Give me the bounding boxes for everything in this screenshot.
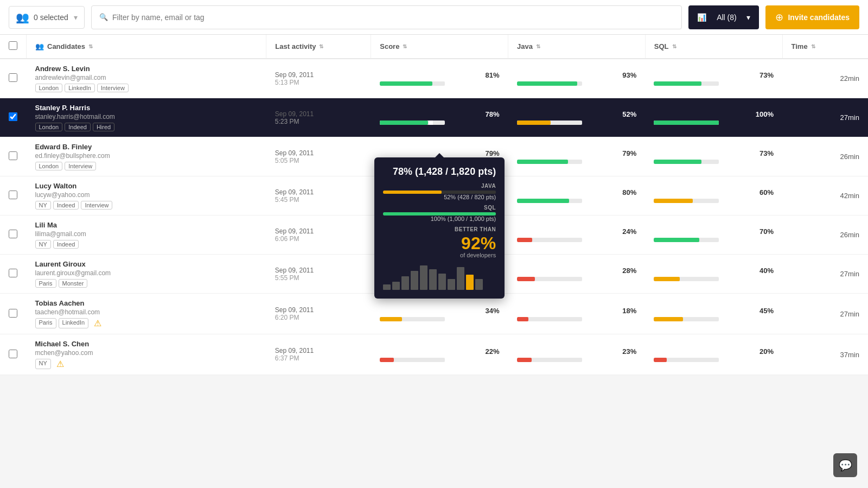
java-cell: 52% [508,98,646,137]
score-percentage: 78% [380,110,500,118]
java-percentage: 24% [517,227,637,236]
invite-candidates-button[interactable]: ⊕ Invite candidates [765,5,859,29]
candidate-info-cell: Edward B. Finley ed.finley@bullsphere.co… [27,137,266,176]
row-checkbox[interactable] [9,151,17,160]
chevron-down-icon: ▾ [746,13,750,22]
search-icon: 🔍 [99,13,108,21]
candidates-table: 👥 Candidates ⇅ Last activity ⇅ Score ⇅ [0,35,868,375]
sql-percentage: 40% [654,267,774,275]
candidate-tags: LondonLinkedInInterview [35,84,258,92]
sql-percentage: 70% [654,227,774,236]
candidate-email: ed.finley@bullsphere.com [35,152,258,160]
sql-cell: 73% [645,137,782,176]
sql-percentage: 73% [654,71,774,79]
java-cell: 79% [508,137,646,176]
candidate-tags: LondonInterview [35,162,258,170]
select-button[interactable]: 👥 0 selected ▾ [9,6,85,29]
last-activity-column-header: Last activity ⇅ [266,35,371,59]
tag: LinkedIn [65,84,95,92]
row-checkbox-cell[interactable] [0,176,27,216]
sql-cell: 40% [645,255,782,294]
select-all-header[interactable] [0,35,27,59]
activity-date: Sep 09, 2011 [275,227,362,235]
candidate-name: Stanley P. Harris [35,104,258,112]
score-cell: 22% [371,334,508,375]
row-checkbox[interactable] [9,73,17,82]
sql-percentage: 100% [654,110,774,118]
select-all-checkbox[interactable] [9,41,17,50]
table-row[interactable]: Andrew S. Levin andrewlevin@gmail.com Lo… [0,59,868,98]
filter-label: All (8) [717,13,737,22]
sort-icon[interactable]: ⇅ [672,43,676,49]
activity-date: Sep 09, 2011 [275,306,362,314]
row-checkbox[interactable] [9,112,17,121]
java-percentage: 93% [517,71,637,79]
tag: LinkedIn [59,318,89,328]
row-checkbox-cell[interactable] [0,98,27,137]
row-checkbox-cell[interactable] [0,294,27,334]
sql-cell: 60% [645,176,782,216]
sort-icon[interactable]: ⇅ [88,43,93,49]
duration-cell: 26min [782,216,868,255]
score-cell: 34% [371,294,508,334]
tag: London [35,123,63,131]
tag: Paris [35,318,56,328]
duration-value: 27min [840,310,859,318]
activity-date: Sep 09, 2011 [275,267,362,274]
activity-time: 5:45 PM [275,196,362,204]
search-input[interactable] [112,13,674,22]
sort-icon[interactable]: ⇅ [536,43,540,49]
row-checkbox-cell[interactable] [0,255,27,294]
sort-icon[interactable]: ⇅ [811,43,815,49]
last-activity-cell: Sep 09, 2011 5:23 PM [266,98,371,137]
activity-time: 5:55 PM [275,274,362,282]
candidate-name: Lili Ma [35,221,258,229]
candidate-name: Lucy Walton [35,182,258,190]
row-checkbox[interactable] [9,191,17,199]
row-checkbox-cell[interactable] [0,59,27,98]
sql-cell: 73% [645,59,782,98]
tooltip-score: 78% (1,428 / 1,820 pts) [383,166,496,178]
score-cell: 78% 78% (1,428 / 1,820 pts) JAVA 52% (42… [371,98,508,137]
last-activity-cell: Sep 09, 2011 5:55 PM [266,255,371,294]
sort-icon[interactable]: ⇅ [403,43,407,49]
candidate-tags: NY⚠ [35,359,258,369]
table-row[interactable]: Michael S. Chen mchen@yahoo.com NY⚠ Sep … [0,334,868,375]
java-cell: 80% [508,176,646,216]
duration-value: 26min [840,231,859,239]
plus-icon: ⊕ [775,11,783,23]
java-cell: 93% [508,59,646,98]
row-checkbox[interactable] [9,350,17,358]
invite-label: Invite candidates [788,13,850,22]
row-checkbox-cell[interactable] [0,216,27,255]
java-percentage: 52% [517,110,637,118]
duration-cell: 37min [782,334,868,375]
tag: Monster [59,279,88,288]
table-row[interactable]: Tobias Aachen taachen@hotmail.com ParisL… [0,294,868,334]
row-checkbox-cell[interactable] [0,137,27,176]
candidate-email: lilima@gmail.com [35,230,258,238]
duration-cell: 27min [782,294,868,334]
row-checkbox[interactable] [9,269,17,277]
table-row[interactable]: Stanley P. Harris stanley.harris@hotmail… [0,98,868,137]
tag: Indeed [65,123,91,131]
java-cell: 24% [508,216,646,255]
sort-icon[interactable]: ⇅ [319,43,323,49]
score-percentage: 22% [380,347,500,356]
filter-dropdown[interactable]: 📊 All (8) ▾ [688,5,759,29]
tag: NY [35,201,51,210]
candidate-info-cell: Lucy Walton lucyw@yahoo.com NYIndeedInte… [27,176,266,216]
row-checkbox[interactable] [9,309,17,318]
activity-time: 5:23 PM [275,118,362,125]
last-activity-cell: Sep 09, 2011 5:05 PM [266,137,371,176]
tag: NY [35,359,51,369]
activity-date: Sep 09, 2011 [275,110,362,118]
warning-icon: ⚠ [56,359,64,369]
candidate-name: Laurent Giroux [35,260,258,268]
row-checkbox[interactable] [9,230,17,238]
row-checkbox-cell[interactable] [0,334,27,375]
candidate-tags: ParisMonster [35,279,258,288]
last-activity-cell: Sep 09, 2011 6:20 PM [266,294,371,334]
activity-time: 6:37 PM [275,354,362,362]
candidate-email: laurent.giroux@gmail.com [35,269,258,277]
